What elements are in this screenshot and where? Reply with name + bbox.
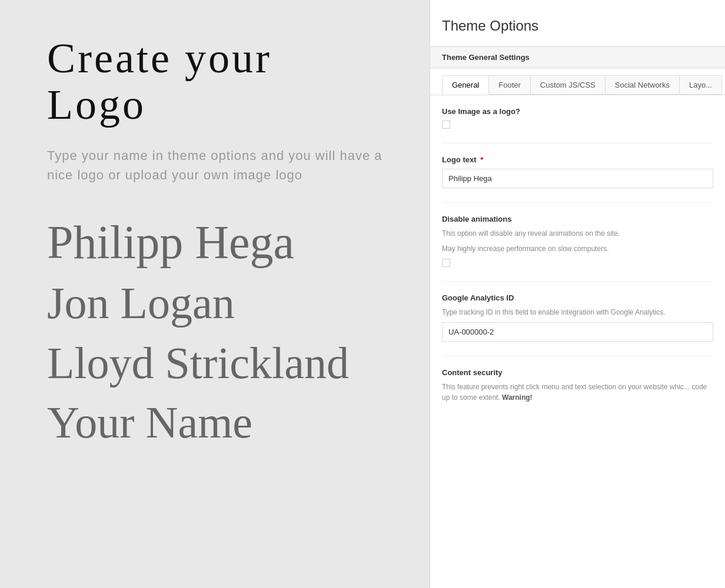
- disable-animations-desc-2: May highly increase performance on slow …: [442, 243, 713, 254]
- field-group-google-analytics: Google Analytics ID Type tracking ID in …: [442, 293, 713, 342]
- field-group-content-security: Content security This feature prevents r…: [442, 368, 713, 403]
- content-security-label: Content security: [442, 368, 713, 377]
- tab-general[interactable]: General: [442, 75, 489, 95]
- logo-examples: Philipp Hega Jon Logan Lloyd Strickland …: [47, 214, 383, 449]
- logo-example-4: Your Name: [47, 396, 383, 449]
- required-star: *: [480, 155, 483, 164]
- logo-text-label: Logo text *: [442, 155, 713, 164]
- field-group-use-image: Use Image as a logo?: [442, 107, 713, 129]
- google-analytics-desc: Type tracking ID in this field to enable…: [442, 307, 713, 318]
- tabs-container: General Footer Custom JS/CSS Social Netw…: [430, 68, 725, 95]
- google-analytics-input[interactable]: [442, 322, 713, 342]
- settings-section-header: Theme General Settings: [430, 46, 725, 68]
- content-security-desc: This feature prevents right click menu a…: [442, 382, 713, 403]
- tab-custom-js-css[interactable]: Custom JS/CSS: [530, 75, 606, 95]
- disable-animations-wrapper: [442, 259, 713, 267]
- tab-footer[interactable]: Footer: [488, 75, 531, 95]
- disable-animations-checkbox[interactable]: [442, 259, 450, 267]
- tab-layout[interactable]: Layo...: [679, 75, 722, 95]
- divider-2: [442, 202, 713, 203]
- hero-subtitle: Type your name in theme options and you …: [47, 146, 383, 185]
- divider-3: [442, 281, 713, 282]
- logo-example-2: Jon Logan: [47, 276, 383, 330]
- disable-animations-label: Disable animations: [442, 215, 713, 223]
- field-group-disable-animations: Disable animations This option will disa…: [442, 215, 713, 267]
- disable-animations-desc-1: This option will disable any reveal anim…: [442, 228, 713, 239]
- use-image-logo-wrapper: [442, 121, 713, 129]
- content-security-warning: Warning!: [502, 393, 533, 402]
- theme-options-title: Theme Options: [430, 18, 725, 46]
- divider-4: [442, 356, 713, 356]
- hero-title: Create your Logo: [47, 35, 383, 128]
- logo-example-1: Philipp Hega: [47, 214, 383, 270]
- use-image-logo-checkbox[interactable]: [442, 121, 450, 129]
- right-panel: Theme Options Theme General Settings Gen…: [430, 0, 725, 588]
- logo-text-input[interactable]: [442, 169, 713, 188]
- divider-1: [442, 143, 713, 143]
- form-section: Use Image as a logo? Logo text * Disable…: [430, 95, 725, 429]
- tab-social-networks[interactable]: Social Networks: [605, 75, 680, 95]
- left-panel: Create your Logo Type your name in theme…: [0, 0, 430, 588]
- field-group-logo-text: Logo text *: [442, 155, 713, 188]
- page-wrapper: Create your Logo Type your name in theme…: [0, 0, 725, 588]
- logo-example-3: Lloyd Strickland: [47, 336, 383, 390]
- use-image-logo-label: Use Image as a logo?: [442, 107, 713, 116]
- google-analytics-label: Google Analytics ID: [442, 293, 713, 302]
